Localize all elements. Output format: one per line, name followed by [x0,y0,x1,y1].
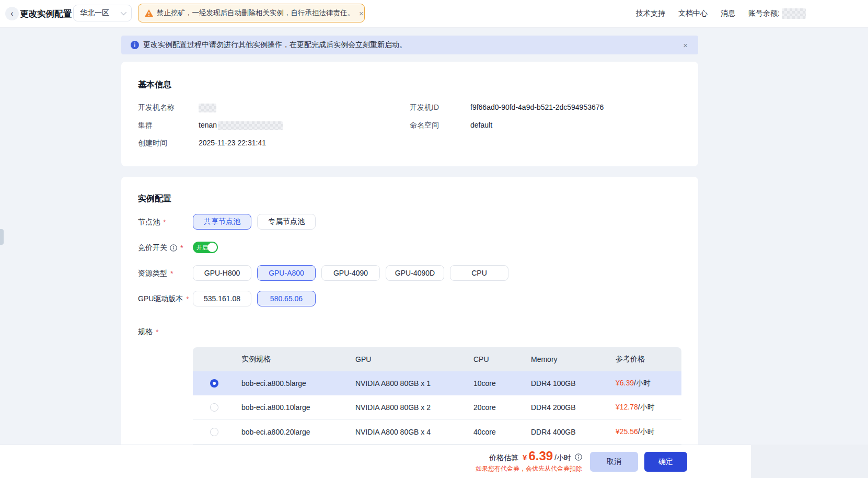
warning-text: 禁止挖矿，一经发现后自动删除相关实例，自行承担法律责任。 [157,8,354,18]
warning-close-icon[interactable]: × [358,9,365,18]
node-pool-label: 节点池* [138,218,166,227]
required-mark: * [170,269,173,278]
spot-switch-label: 竞价开关 * [138,243,183,253]
cell-gpu: NVIDIA A800 80GB x 4 [350,428,468,436]
redacted-cluster-value [218,121,283,130]
account-balance-label: 账号余额: [748,9,780,18]
chevron-left-icon: ‹ [10,9,13,18]
cell-spec: bob-eci.a800.5large [236,379,350,388]
column-header-spec: 实例规格 [236,355,350,364]
machine-id-value: f9f66ad0-90fd-4a9d-b521-2dc594953676 [470,103,604,111]
account-balance: 账号余额: [748,8,806,19]
cell-memory: DDR4 100GB [525,379,610,388]
basic-info-title: 基本信息 [138,79,171,90]
instance-config-card: 实例配置 节点池* 共享节点池 专属节点池 竞价开关 * 开启 资源类型* GP… [121,177,698,455]
cell-gpu: NVIDIA A800 80GB x 1 [350,379,468,388]
top-nav: 技术支持 文档中心 消息 账号余额: [636,0,806,27]
driver-version-label: GPU驱动版本* [138,294,189,304]
namespace-value: default [470,121,492,129]
machine-name-label: 开发机名称 [138,103,175,112]
cell-spec: bob-eci.a800.10large [236,403,350,412]
cell-spec: bob-eci.a800.20large [236,428,350,436]
driver-version-options: 535.161.08 580.65.06 [193,291,316,306]
spec-table-row[interactable]: bob-eci.a800.5large NVIDIA A800 80GB x 1… [193,371,681,395]
radio-unselected-icon[interactable] [210,403,218,412]
notice-close-icon[interactable]: × [683,41,688,50]
required-mark: * [186,295,189,303]
required-mark: * [180,244,183,252]
resource-option-cpu[interactable]: CPU [450,265,508,281]
machine-id-label: 开发机ID [410,103,439,112]
region-select[interactable]: 华北一区 [73,5,132,21]
bottom-action-bar: 价格估算 ¥ 6.39 /小时 如果您有代金券，会优先从代金券扣除 取消 确定 [0,445,751,478]
resource-type-label: 资源类型* [138,269,173,278]
cell-price: ¥6.39/小时 [610,379,681,388]
node-pool-option-dedicated[interactable]: 专属节点池 [257,214,316,230]
price-unit: /小时 [554,453,571,463]
notice-banner: 更改实例配置过程中请勿进行其他实例操作，在更配完成后实例会立刻重新启动。 × [121,36,698,54]
required-mark: * [156,328,158,336]
spec-table: 实例规格 GPU CPU Memory 参考价格 bob-eci.a800.5l… [193,347,681,445]
radio-selected-icon[interactable] [210,379,218,388]
price-estimate: 价格估算 ¥ 6.39 /小时 如果您有代金券，会优先从代金券扣除 [476,450,582,473]
cell-memory: DDR4 200GB [525,403,610,412]
footer-right-filler [751,445,868,478]
info-circle-icon[interactable] [170,244,177,252]
basic-info-card: 基本信息 开发机名称 开发机ID f9f66ad0-90fd-4a9d-b521… [121,62,698,166]
namespace-label: 命名空间 [410,121,439,130]
column-header-cpu: CPU [468,355,525,363]
radio-unselected-icon[interactable] [210,428,218,436]
confirm-button[interactable]: 确定 [644,452,687,472]
resource-option-gpu-a800[interactable]: GPU-A800 [257,265,316,281]
spec-table-header: 实例规格 GPU CPU Memory 参考价格 [193,347,681,371]
warning-triangle-icon [145,9,153,17]
nav-messages[interactable]: 消息 [721,9,735,18]
node-pool-option-shared[interactable]: 共享节点池 [193,214,251,230]
cell-gpu: NVIDIA A800 80GB x 2 [350,403,468,412]
cluster-label: 集群 [138,121,153,130]
spec-table-row[interactable]: bob-eci.a800.20large NVIDIA A800 80GB x … [193,420,681,445]
node-pool-options: 共享节点池 专属节点池 [193,214,316,230]
created-time-value: 2025-11-23 22:31:41 [199,139,266,147]
cluster-value: tenan [199,121,283,130]
page-title: 更改实例配置 [20,0,72,27]
spot-toggle-on[interactable]: 开启 [193,242,218,253]
required-mark: * [163,218,166,226]
cell-cpu: 40core [468,428,525,436]
chevron-down-icon [121,9,126,15]
cell-price: ¥12.78/小时 [610,403,681,412]
instance-config-title: 实例配置 [138,194,171,204]
resource-option-gpu-h800[interactable]: GPU-H800 [193,265,251,281]
created-time-label: 创建时间 [138,139,167,148]
anti-mining-warning-banner: 禁止挖矿，一经发现后自动删除相关实例，自行承担法律责任。 × [138,4,365,22]
top-header: ‹ 更改实例配置 华北一区 禁止挖矿，一经发现后自动删除相关实例，自行承担法律责… [0,0,868,28]
drawer-handle[interactable] [0,229,4,245]
driver-option-535[interactable]: 535.161.08 [193,291,251,306]
resource-type-options: GPU-H800 GPU-A800 GPU-4090 GPU-4090D CPU [193,265,508,281]
info-circle-icon[interactable] [575,453,582,461]
nav-doc-center[interactable]: 文档中心 [678,9,708,18]
nav-tech-support[interactable]: 技术支持 [636,9,665,18]
resource-option-gpu-4090[interactable]: GPU-4090 [321,265,380,281]
resource-option-gpu-4090d[interactable]: GPU-4090D [386,265,444,281]
spec-label: 规格* [138,327,158,337]
driver-option-580[interactable]: 580.65.06 [257,291,316,306]
back-button[interactable]: ‹ [5,7,19,20]
cell-cpu: 10core [468,379,525,388]
spec-table-row[interactable]: bob-eci.a800.10large NVIDIA A800 80GB x … [193,395,681,420]
info-icon [131,41,139,49]
notice-text: 更改实例配置过程中请勿进行其他实例操作，在更配完成后实例会立刻重新启动。 [143,40,679,50]
machine-name-value [199,103,216,112]
currency-symbol: ¥ [523,453,527,462]
region-select-value: 华北一区 [80,8,109,18]
coupon-note: 如果您有代金券，会优先从代金券扣除 [476,464,582,473]
price-estimate-label: 价格估算 [489,453,518,463]
redacted-balance-value [782,8,806,19]
column-header-memory: Memory [525,355,610,363]
cancel-button[interactable]: 取消 [590,452,638,472]
cell-price: ¥25.56/小时 [610,427,681,437]
redacted-machine-name [199,104,216,112]
cell-cpu: 20core [468,403,525,412]
column-header-price: 参考价格 [610,355,681,364]
cell-memory: DDR4 400GB [525,428,610,436]
